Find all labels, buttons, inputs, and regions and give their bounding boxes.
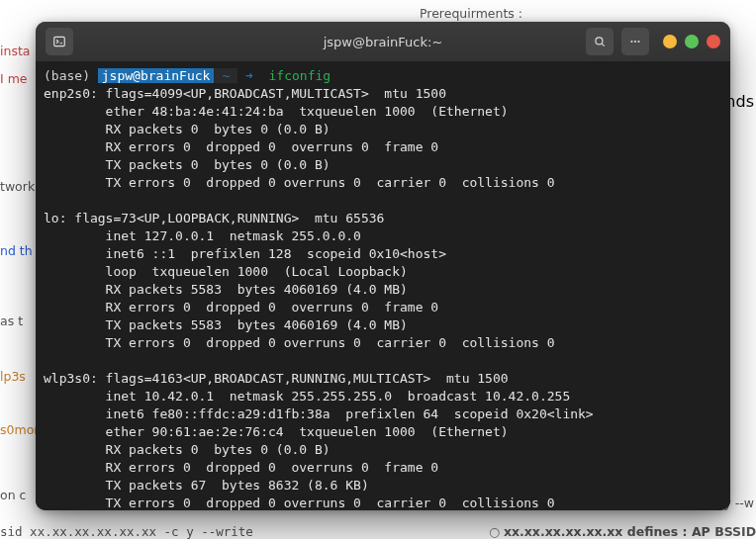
terminal-window: jspw@brainFuck:~ (base) jspw@brainFuck~ … (36, 22, 730, 510)
bg-as-t: as t (0, 314, 23, 328)
svg-point-4 (637, 41, 639, 43)
svg-rect-0 (54, 37, 65, 45)
new-tab-button[interactable] (46, 28, 73, 55)
close-button[interactable] (707, 35, 720, 48)
bg-on-c: on c (0, 488, 26, 502)
bg-i-me: I me (0, 71, 28, 86)
bg-twork: twork (0, 179, 35, 194)
bg-bssid-bullet: xx.xx.xx.xx.xx.xx defines : AP BSSID -> … (489, 524, 756, 539)
bg-insta: insta (0, 44, 30, 58)
svg-point-2 (630, 41, 632, 43)
maximize-button[interactable] (685, 35, 699, 48)
prompt-command: ifconfig (269, 68, 331, 83)
bg-prereq-heading: Prerequirments : (420, 6, 522, 21)
bg-nd-th: nd th (0, 243, 33, 258)
bg-sid-cmd: sid xx.xx.xx.xx.xx.xx -c y --write (0, 524, 253, 539)
terminal-body[interactable]: (base) jspw@brainFuck~ ➜ ifconfig enp2s0… (36, 61, 730, 510)
terminal-output: enp2s0: flags=4099<UP,BROADCAST,MULTICAS… (44, 86, 594, 510)
prompt-userhost: jspw@brainFuck (98, 68, 215, 83)
bg-lp3s: lp3s (0, 369, 26, 384)
minimize-button[interactable] (663, 35, 677, 48)
search-button[interactable] (586, 28, 614, 55)
svg-point-1 (596, 38, 603, 45)
window-controls (663, 35, 720, 48)
more-icon (628, 35, 642, 48)
titlebar[interactable]: jspw@brainFuck:~ (36, 22, 730, 61)
bg-s0mor: s0mor (0, 422, 39, 437)
prompt-arrow-icon: ➜ (245, 68, 253, 83)
svg-point-3 (634, 41, 636, 43)
menu-button[interactable] (621, 28, 649, 55)
terminal-icon (52, 35, 66, 48)
prompt-path: ~ (214, 68, 237, 83)
search-icon (593, 35, 607, 48)
prompt-env: (base) (44, 68, 90, 83)
